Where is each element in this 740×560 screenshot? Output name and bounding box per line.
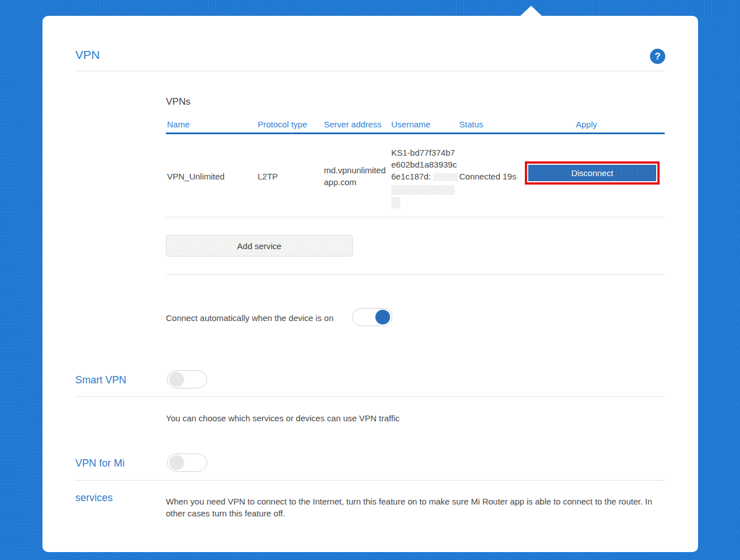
row-divider xyxy=(166,217,665,217)
section-divider xyxy=(75,480,665,481)
vpns-section-title: VPNs xyxy=(166,96,190,108)
vpn-settings-panel: VPN ? VPNs Name Protocol type Server add… xyxy=(42,16,698,552)
column-header-name: Name xyxy=(167,119,190,129)
disconnect-button[interactable]: Disconnect xyxy=(528,165,656,181)
add-service-button[interactable]: Add service xyxy=(166,235,353,257)
toggle-knob xyxy=(375,310,390,324)
server-address-cell: md.vpnunlimited app.com xyxy=(324,164,386,188)
username-cell: KS1-bd77f374b7 e602bd1a83939c 6e1c187d: xyxy=(391,147,458,208)
redacted-text-block xyxy=(391,185,455,195)
column-header-server-address: Server address xyxy=(324,119,382,129)
section-divider xyxy=(75,396,665,397)
vpn-for-mi-description: When you need VPN to connect to the Inte… xyxy=(166,495,667,519)
smart-vpn-description: You can choose which services or devices… xyxy=(166,413,400,423)
auto-connect-label: Connect automatically when the device is… xyxy=(166,313,333,323)
status-cell: Connected 19s xyxy=(459,170,516,182)
redacted-text-block xyxy=(391,197,400,208)
table-header-underline xyxy=(166,132,665,134)
toggle-knob xyxy=(169,372,184,387)
server-address-line2: app.com xyxy=(324,176,386,188)
column-header-status: Status xyxy=(459,119,484,129)
protocol-type-cell: L2TP xyxy=(258,170,278,182)
server-address-line1: md.vpnunlimited xyxy=(324,164,386,176)
vpn-name-cell: VPN_Unlimited xyxy=(167,170,225,182)
username-line1: KS1-bd77f374b7 xyxy=(391,147,458,159)
redacted-text-block xyxy=(433,173,458,181)
username-line3-prefix: 6e1c187d: xyxy=(391,172,431,181)
title-divider xyxy=(75,71,665,71)
vpn-for-mi-toggle[interactable] xyxy=(167,454,207,472)
vpn-for-mi-label-line1: VPN for Mi xyxy=(75,458,125,469)
vpn-for-mi-label-line2: services xyxy=(75,492,113,504)
help-icon[interactable]: ? xyxy=(650,49,665,64)
page-background: VPN ? VPNs Name Protocol type Server add… xyxy=(0,0,740,560)
column-header-apply: Apply xyxy=(576,119,597,129)
section-divider xyxy=(166,274,665,275)
toggle-knob xyxy=(169,455,184,470)
username-line2: e602bd1a83939c xyxy=(391,159,458,170)
page-title: VPN xyxy=(75,48,100,62)
card-notch-pointer xyxy=(520,6,542,16)
smart-vpn-toggle[interactable] xyxy=(167,370,207,388)
smart-vpn-label: Smart VPN xyxy=(75,374,126,386)
column-header-username: Username xyxy=(391,119,430,129)
annotation-highlight-box: Disconnect xyxy=(525,161,660,185)
auto-connect-toggle[interactable] xyxy=(352,308,392,326)
column-header-protocol-type: Protocol type xyxy=(258,119,307,129)
